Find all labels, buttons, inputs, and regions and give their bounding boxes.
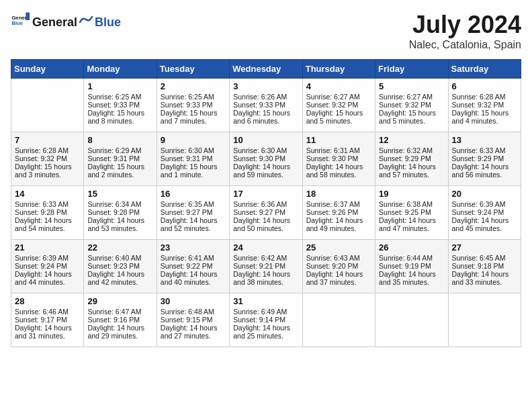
- logo: General Blue General Blue: [11, 11, 121, 30]
- sunset-text: Sunset: 9:29 PM: [379, 154, 444, 163]
- sunset-text: Sunset: 9:30 PM: [306, 154, 371, 163]
- calendar-week-5: 28Sunrise: 6:46 AMSunset: 9:17 PMDayligh…: [11, 293, 521, 347]
- daylight-text: Daylight: 15 hours and 6 minutes.: [233, 109, 298, 125]
- day-number: 13: [452, 135, 517, 145]
- calendar-cell: 22Sunrise: 6:40 AMSunset: 9:23 PMDayligh…: [84, 240, 157, 293]
- calendar-cell: 7Sunrise: 6:28 AMSunset: 9:32 PMDaylight…: [11, 132, 84, 186]
- day-number: 26: [379, 242, 444, 253]
- daylight-text: Daylight: 15 hours and 2 minutes.: [87, 163, 152, 179]
- calendar-week-2: 7Sunrise: 6:28 AMSunset: 9:32 PMDaylight…: [11, 132, 521, 186]
- sunset-text: Sunset: 9:25 PM: [379, 208, 444, 216]
- day-number: 18: [306, 189, 371, 199]
- sunrise-text: Sunrise: 6:33 AM: [452, 146, 517, 154]
- day-number: 8: [87, 135, 152, 145]
- sunset-text: Sunset: 9:21 PM: [233, 262, 298, 270]
- sunset-text: Sunset: 9:32 PM: [452, 101, 517, 109]
- logo-general: General: [32, 15, 77, 30]
- daylight-text: Daylight: 14 hours and 40 minutes.: [161, 270, 226, 286]
- day-number: 6: [452, 81, 517, 91]
- daylight-text: Daylight: 14 hours and 58 minutes.: [306, 163, 371, 179]
- calendar-cell: 5Sunrise: 6:27 AMSunset: 9:32 PMDaylight…: [375, 79, 448, 132]
- sunrise-text: Sunrise: 6:38 AM: [379, 200, 444, 208]
- day-number: 20: [452, 189, 517, 199]
- calendar-cell: 29Sunrise: 6:47 AMSunset: 9:16 PMDayligh…: [84, 293, 157, 347]
- calendar-cell: 31Sunrise: 6:49 AMSunset: 9:14 PMDayligh…: [230, 293, 302, 347]
- weekday-header-row: SundayMondayTuesdayWednesdayThursdayFrid…: [11, 60, 521, 79]
- day-number: 1: [87, 81, 152, 91]
- calendar-cell: 3Sunrise: 6:26 AMSunset: 9:33 PMDaylight…: [230, 79, 302, 132]
- sunrise-text: Sunrise: 6:25 AM: [161, 93, 226, 101]
- day-number: 23: [161, 242, 226, 253]
- calendar-cell: 20Sunrise: 6:39 AMSunset: 9:24 PMDayligh…: [448, 186, 521, 240]
- logo-icon: General Blue: [11, 11, 30, 30]
- weekday-header-friday: Friday: [375, 60, 448, 79]
- sunrise-text: Sunrise: 6:29 AM: [87, 146, 152, 154]
- sunrise-text: Sunrise: 6:40 AM: [87, 254, 152, 262]
- day-number: 17: [233, 189, 298, 199]
- sunset-text: Sunset: 9:33 PM: [87, 101, 152, 109]
- day-number: 16: [161, 189, 226, 199]
- day-number: 19: [379, 189, 444, 199]
- calendar-cell: 8Sunrise: 6:29 AMSunset: 9:31 PMDaylight…: [84, 132, 157, 186]
- calendar-cell: 30Sunrise: 6:48 AMSunset: 9:15 PMDayligh…: [157, 293, 229, 347]
- calendar-cell: 23Sunrise: 6:41 AMSunset: 9:22 PMDayligh…: [157, 240, 229, 293]
- weekday-header-monday: Monday: [84, 60, 157, 79]
- sunrise-text: Sunrise: 6:31 AM: [306, 146, 371, 154]
- day-number: 30: [161, 296, 226, 306]
- sunrise-text: Sunrise: 6:43 AM: [306, 254, 371, 262]
- daylight-text: Daylight: 14 hours and 29 minutes.: [87, 324, 152, 340]
- calendar-cell: [11, 79, 84, 132]
- daylight-text: Daylight: 15 hours and 4 minutes.: [452, 109, 517, 125]
- daylight-text: Daylight: 14 hours and 35 minutes.: [379, 270, 444, 286]
- logo-blue: Blue: [95, 15, 121, 30]
- sunset-text: Sunset: 9:30 PM: [233, 154, 298, 163]
- sunrise-text: Sunrise: 6:35 AM: [161, 200, 226, 208]
- calendar-cell: 10Sunrise: 6:30 AMSunset: 9:30 PMDayligh…: [230, 132, 302, 186]
- day-number: 28: [15, 296, 80, 306]
- sunrise-text: Sunrise: 6:39 AM: [15, 254, 80, 262]
- sunrise-text: Sunrise: 6:37 AM: [306, 200, 371, 208]
- calendar-week-3: 14Sunrise: 6:33 AMSunset: 9:28 PMDayligh…: [11, 186, 521, 240]
- calendar-cell: 27Sunrise: 6:45 AMSunset: 9:18 PMDayligh…: [448, 240, 521, 293]
- sunset-text: Sunset: 9:22 PM: [161, 262, 226, 270]
- svg-text:Blue: Blue: [11, 20, 23, 26]
- sunrise-text: Sunrise: 6:49 AM: [233, 308, 298, 316]
- sunrise-text: Sunrise: 6:47 AM: [87, 308, 152, 316]
- sunrise-text: Sunrise: 6:39 AM: [452, 200, 517, 208]
- calendar-cell: 14Sunrise: 6:33 AMSunset: 9:28 PMDayligh…: [11, 186, 84, 240]
- day-number: 14: [15, 189, 80, 199]
- sunset-text: Sunset: 9:33 PM: [233, 101, 298, 109]
- calendar-cell: 9Sunrise: 6:30 AMSunset: 9:31 PMDaylight…: [157, 132, 229, 186]
- daylight-text: Daylight: 14 hours and 38 minutes.: [233, 270, 298, 286]
- sunset-text: Sunset: 9:16 PM: [87, 316, 152, 324]
- sunset-text: Sunset: 9:32 PM: [379, 101, 444, 109]
- sunset-text: Sunset: 9:17 PM: [15, 316, 80, 324]
- daylight-text: Daylight: 15 hours and 7 minutes.: [161, 109, 226, 125]
- calendar-cell: 19Sunrise: 6:38 AMSunset: 9:25 PMDayligh…: [375, 186, 448, 240]
- daylight-text: Daylight: 14 hours and 57 minutes.: [379, 163, 444, 179]
- sunset-text: Sunset: 9:28 PM: [15, 208, 80, 216]
- sunset-text: Sunset: 9:27 PM: [161, 208, 226, 216]
- daylight-text: Daylight: 14 hours and 47 minutes.: [379, 216, 444, 232]
- day-number: 9: [161, 135, 226, 145]
- calendar-week-1: 1Sunrise: 6:25 AMSunset: 9:33 PMDaylight…: [11, 79, 521, 132]
- day-number: 29: [87, 296, 152, 306]
- calendar-cell: 4Sunrise: 6:27 AMSunset: 9:32 PMDaylight…: [302, 79, 375, 132]
- daylight-text: Daylight: 14 hours and 37 minutes.: [306, 270, 371, 286]
- sunrise-text: Sunrise: 6:28 AM: [452, 93, 517, 101]
- daylight-text: Daylight: 15 hours and 5 minutes.: [306, 109, 371, 125]
- calendar-cell: [448, 293, 521, 347]
- weekday-header-saturday: Saturday: [448, 60, 521, 79]
- sunset-text: Sunset: 9:29 PM: [452, 154, 517, 163]
- sunrise-text: Sunrise: 6:25 AM: [87, 93, 152, 101]
- calendar-cell: [375, 293, 448, 347]
- sunset-text: Sunset: 9:32 PM: [15, 154, 80, 163]
- sunset-text: Sunset: 9:20 PM: [306, 262, 371, 270]
- calendar-cell: [302, 293, 375, 347]
- sunrise-text: Sunrise: 6:44 AM: [379, 254, 444, 262]
- calendar-cell: 26Sunrise: 6:44 AMSunset: 9:19 PMDayligh…: [375, 240, 448, 293]
- day-number: 25: [306, 242, 371, 253]
- day-number: 2: [161, 81, 226, 91]
- daylight-text: Daylight: 15 hours and 3 minutes.: [15, 163, 80, 179]
- daylight-text: Daylight: 14 hours and 53 minutes.: [87, 216, 152, 232]
